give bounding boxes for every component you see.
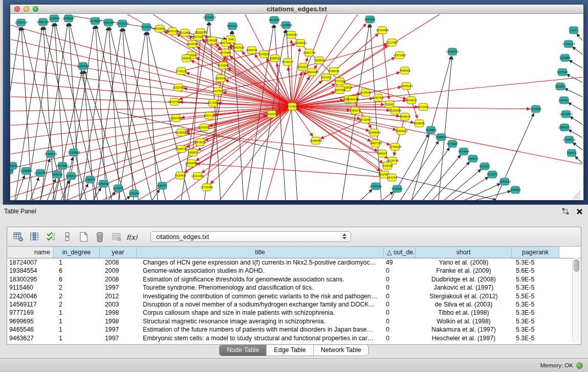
- graph-node[interactable]: 7632621: [479, 163, 490, 170]
- table-row[interactable]: 969969511998Structural magnetic resonanc…: [7, 317, 581, 325]
- graph-node[interactable]: 2935114: [467, 155, 478, 162]
- graph-node[interactable]: 12213383: [172, 84, 185, 91]
- graph-node[interactable]: 16914479: [191, 172, 204, 180]
- close-window-button[interactable]: [14, 6, 20, 12]
- graph-node[interactable]: 19218586: [280, 21, 292, 29]
- graph-node[interactable]: 917005: [208, 99, 217, 106]
- graph-node[interactable]: 2718126: [176, 68, 186, 75]
- graph-node[interactable]: 17016534: [563, 136, 575, 143]
- column-header-pagerank[interactable]: pagerank: [512, 247, 559, 258]
- graph-node[interactable]: 393123: [10, 167, 13, 174]
- tab-edge-table[interactable]: Edge Table: [267, 345, 313, 356]
- delete-table-icon[interactable]: [93, 231, 106, 243]
- tab-network-table[interactable]: Network Table: [314, 345, 368, 356]
- graph-node[interactable]: 15278602: [89, 17, 101, 25]
- table-scrollbar-thumb[interactable]: [574, 259, 579, 272]
- graph-node[interactable]: 9474444: [458, 148, 469, 155]
- column-header-short[interactable]: short: [416, 247, 512, 258]
- graph-node[interactable]: 1640954: [425, 126, 436, 134]
- graph-node[interactable]: 20206576: [45, 150, 57, 158]
- graph-node[interactable]: 7955812: [314, 57, 324, 64]
- table-row[interactable]: 977716911998Corpus callosum shape and si…: [7, 309, 581, 317]
- column-header-out_degree[interactable]: △ out_de...: [384, 247, 416, 258]
- graph-node[interactable]: 9329966: [559, 54, 570, 61]
- graph-node[interactable]: 16543382: [186, 40, 199, 48]
- graph-node[interactable]: 19654985: [170, 115, 182, 122]
- row-height-icon[interactable]: [60, 231, 74, 243]
- graph-node[interactable]: 8322037: [282, 58, 293, 65]
- graph-node[interactable]: 19654923: [395, 127, 407, 135]
- graph-node[interactable]: 18300295: [266, 111, 278, 118]
- function-builder-icon[interactable]: f(x): [126, 231, 139, 243]
- column-header-in_degree[interactable]: in_degree: [54, 247, 100, 258]
- graph-node[interactable]: 8454749: [246, 47, 257, 54]
- graph-node[interactable]: 7546: [227, 36, 235, 43]
- table-row[interactable]: 1938455462009Genome-wide association stu…: [7, 267, 581, 275]
- graph-node[interactable]: 1678275: [113, 185, 123, 192]
- graph-node[interactable]: 15751074: [562, 40, 575, 48]
- graph-node[interactable]: 6794028: [328, 68, 339, 75]
- column-header-title[interactable]: title: [137, 247, 384, 258]
- graph-node[interactable]: 17359928: [68, 149, 80, 156]
- graph-node[interactable]: 16053809: [203, 14, 215, 21]
- graph-node[interactable]: 1293953: [555, 83, 565, 90]
- graph-node[interactable]: 7463822: [154, 25, 165, 32]
- graph-hub-node[interactable]: 18724007: [286, 103, 298, 110]
- graph-node[interactable]: 1250515: [66, 172, 76, 180]
- graph-node[interactable]: 18107554: [168, 98, 181, 105]
- select-columns-icon[interactable]: [28, 231, 41, 243]
- graph-node[interactable]: 9466160: [103, 19, 114, 26]
- graph-node[interactable]: 7485063: [399, 67, 410, 74]
- graph-node[interactable]: 12975125: [400, 82, 412, 90]
- graph-node[interactable]: 10688609: [368, 129, 380, 136]
- graph-node[interactable]: 10655287: [62, 15, 75, 22]
- graph-node[interactable]: 8938914: [435, 134, 446, 141]
- graph-node[interactable]: 7515546: [141, 24, 151, 31]
- graph-node[interactable]: 10975887: [56, 162, 69, 169]
- graph-node[interactable]: 116753: [567, 149, 576, 157]
- graph-node[interactable]: 6497568: [334, 86, 345, 94]
- table-row[interactable]: 1872400712008Changes of HCN gene express…: [7, 258, 581, 267]
- select-rows-check-icon[interactable]: [44, 231, 57, 243]
- graph-node[interactable]: 9242848: [217, 62, 228, 69]
- graph-node[interactable]: 16640910: [294, 39, 307, 47]
- graph-node[interactable]: 10654162: [498, 178, 511, 185]
- graph-node[interactable]: 7857224: [227, 23, 237, 30]
- float-panel-icon[interactable]: [562, 208, 569, 217]
- graph-node[interactable]: 8186328: [206, 37, 217, 44]
- graph-node[interactable]: 1362615: [297, 63, 308, 71]
- table-row[interactable]: 1456911722003Disruption of a novel membe…: [7, 300, 581, 309]
- graph-node[interactable]: 98968: [182, 55, 191, 62]
- table-row[interactable]: 911546021997Tourette syndrome. Phenomeno…: [7, 283, 581, 292]
- canvas-resize-grip[interactable]: [573, 191, 581, 199]
- graph-node[interactable]: 252254: [387, 174, 397, 181]
- tab-node-table[interactable]: Node Table: [220, 345, 267, 356]
- graph-node[interactable]: 16210643: [560, 111, 572, 118]
- table-row[interactable]: 946362711997Embryonic stem cells: a mode…: [7, 334, 581, 342]
- graph-node[interactable]: 9733426: [391, 185, 402, 192]
- graph-node[interactable]: 1795725: [84, 176, 95, 183]
- graph-node[interactable]: 8912955: [179, 29, 190, 36]
- graph-node[interactable]: 3624554: [360, 89, 371, 96]
- graph-node[interactable]: 1145194: [52, 171, 62, 178]
- graph-node[interactable]: 10025488: [389, 107, 401, 114]
- graph-node[interactable]: 12213987: [386, 39, 398, 46]
- graph-node[interactable]: 984067: [378, 150, 387, 157]
- network-canvas[interactable]: 2105572420691406210391410655287152786029…: [10, 14, 583, 200]
- table-settings-icon[interactable]: [11, 231, 25, 243]
- graph-node[interactable]: 21055724: [15, 19, 27, 26]
- graph-node[interactable]: 9227343: [557, 69, 568, 76]
- graph-node[interactable]: 8813054: [269, 16, 279, 24]
- graph-node[interactable]: 1292344: [128, 190, 139, 197]
- graph-node[interactable]: 9699695: [413, 120, 424, 127]
- graph-node[interactable]: 15716485: [201, 184, 213, 191]
- table-row[interactable]: 1830029562008Estimation of significance …: [7, 275, 581, 283]
- minimize-window-button[interactable]: [24, 6, 29, 12]
- graph-node[interactable]: 16961758: [303, 49, 315, 56]
- graph-node[interactable]: 16154808: [376, 27, 388, 34]
- graph-node[interactable]: 15892971: [558, 124, 571, 131]
- graph-node[interactable]: 14099488: [185, 160, 198, 167]
- graph-node[interactable]: 1615182: [382, 162, 393, 169]
- graph-node[interactable]: 7486372: [350, 107, 360, 114]
- graph-node[interactable]: 18807299: [369, 140, 382, 147]
